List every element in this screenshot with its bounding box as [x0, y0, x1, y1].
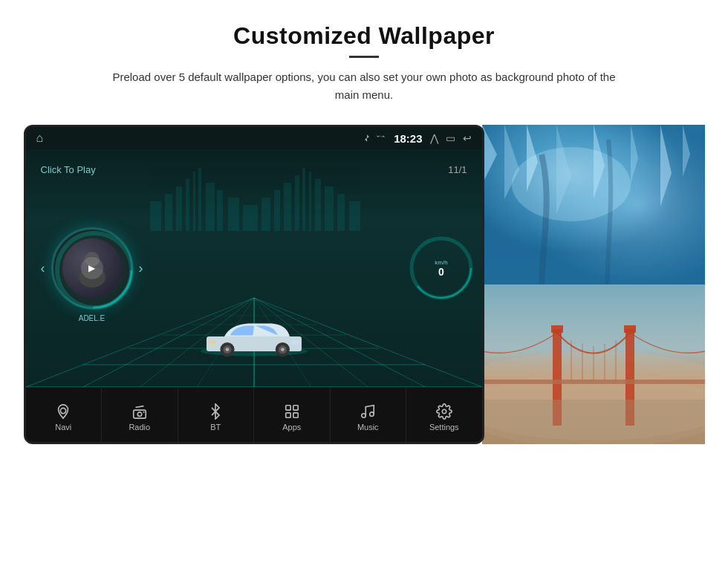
- svg-rect-57: [286, 405, 290, 409]
- status-right: 18:23 ⋀ ▭ ↩: [362, 132, 471, 145]
- svg-rect-12: [284, 183, 291, 231]
- svg-rect-10: [261, 198, 270, 231]
- svg-rect-4: [193, 172, 195, 231]
- bridge-details: [482, 284, 705, 444]
- svg-text:0: 0: [438, 266, 444, 278]
- svg-rect-2: [176, 186, 182, 231]
- svg-point-47: [290, 340, 300, 345]
- svg-rect-13: [295, 175, 299, 231]
- svg-rect-16: [315, 179, 321, 231]
- svg-point-43: [225, 348, 229, 351]
- svg-rect-7: [217, 190, 223, 231]
- nav-item-navi[interactable]: Navi: [26, 388, 103, 444]
- svg-rect-74: [624, 325, 636, 333]
- svg-rect-14: [302, 168, 305, 231]
- status-left: ⌂: [36, 131, 44, 145]
- svg-text:km/h: km/h: [435, 259, 447, 266]
- nav-item-apps[interactable]: Apps: [254, 388, 331, 444]
- car-screen: ⌂ 18:23 ⋀ ▭ ↩: [24, 125, 484, 444]
- svg-rect-81: [482, 400, 705, 444]
- settings-label: Settings: [429, 423, 459, 432]
- wallpaper-thumbnails: [482, 125, 705, 444]
- thumbnail-bridge[interactable]: [482, 284, 705, 444]
- svg-point-46: [281, 348, 285, 351]
- apps-label: Apps: [282, 423, 301, 432]
- date-indicator: 11/1: [448, 164, 467, 175]
- car-image: [195, 313, 313, 365]
- bluetooth-status-icon: [362, 133, 372, 143]
- nav-bar: Navi Radio BT: [26, 387, 482, 444]
- nav-item-music[interactable]: Music: [331, 388, 407, 444]
- artist-name: ADEL.E: [79, 314, 105, 322]
- svg-rect-80: [482, 380, 705, 384]
- album-art: ▶: [62, 238, 122, 298]
- expand-icon: ⋀: [430, 132, 438, 144]
- ice-details: [482, 125, 705, 284]
- title-section: Customized Wallpaper Preload over 5 defa…: [104, 22, 624, 104]
- svg-rect-3: [186, 179, 189, 231]
- music-circle: ▶: [51, 227, 133, 309]
- svg-point-61: [362, 413, 366, 417]
- svg-rect-58: [293, 405, 298, 409]
- svg-point-53: [61, 408, 66, 413]
- back-icon: ↩: [463, 132, 472, 144]
- svg-rect-73: [551, 325, 563, 333]
- svg-rect-59: [286, 412, 290, 417]
- svg-rect-1: [165, 194, 172, 231]
- svg-point-62: [370, 411, 374, 416]
- bt-icon: [207, 403, 224, 420]
- nav-item-settings[interactable]: Settings: [406, 388, 482, 444]
- svg-point-48: [209, 341, 216, 345]
- nav-item-bt[interactable]: BT: [178, 388, 255, 444]
- settings-icon: [436, 403, 452, 420]
- car-svg: [195, 313, 313, 360]
- apps-icon: [284, 403, 300, 420]
- next-arrow[interactable]: ›: [139, 261, 143, 276]
- city-silhouette: [143, 157, 365, 231]
- content-area: ⌂ 18:23 ⋀ ▭ ↩: [30, 125, 698, 444]
- svg-rect-15: [309, 172, 311, 231]
- clock: 18:23: [394, 132, 422, 145]
- svg-rect-0: [150, 201, 161, 231]
- main-display: Click To Play 11/1 ‹: [26, 149, 482, 387]
- window-icon: ▭: [446, 132, 455, 144]
- music-icon: [360, 403, 376, 420]
- nav-item-radio[interactable]: Radio: [102, 388, 178, 444]
- svg-rect-18: [337, 194, 345, 231]
- svg-rect-6: [206, 183, 215, 231]
- speedometer: km/h 0: [408, 235, 475, 302]
- music-player: ‹: [41, 227, 143, 309]
- signal-icon: [376, 133, 386, 143]
- radio-icon: [131, 403, 148, 420]
- music-label: Music: [357, 423, 379, 432]
- status-bar: ⌂ 18:23 ⋀ ▭ ↩: [26, 127, 482, 149]
- svg-rect-9: [243, 205, 258, 231]
- ice-svg: [482, 125, 705, 284]
- navi-label: Navi: [55, 423, 71, 432]
- svg-rect-8: [228, 198, 239, 231]
- radio-label: Radio: [129, 423, 150, 432]
- home-icon: ⌂: [36, 131, 44, 144]
- thumbnail-ice[interactable]: [482, 125, 705, 284]
- title-divider: [349, 56, 379, 58]
- page-container: Customized Wallpaper Preload over 5 defa…: [0, 0, 728, 563]
- bridge-svg: [482, 284, 705, 444]
- svg-rect-5: [198, 168, 201, 231]
- subtitle: Preload over 5 default wallpaper options…: [104, 68, 624, 104]
- bt-label: BT: [210, 423, 221, 432]
- svg-rect-19: [349, 201, 360, 231]
- svg-point-55: [137, 411, 142, 416]
- prev-arrow[interactable]: ‹: [41, 261, 45, 276]
- center-bg: Click To Play 11/1 ‹: [26, 149, 482, 387]
- svg-rect-54: [134, 410, 146, 418]
- page-title: Customized Wallpaper: [104, 22, 624, 50]
- play-button[interactable]: ▶: [81, 257, 103, 279]
- navi-icon: [55, 403, 71, 420]
- click-to-play-text: Click To Play: [41, 164, 96, 175]
- svg-point-63: [442, 409, 446, 414]
- svg-rect-60: [293, 412, 298, 417]
- svg-rect-11: [274, 190, 280, 231]
- status-icons: [362, 133, 386, 143]
- svg-rect-17: [325, 186, 334, 231]
